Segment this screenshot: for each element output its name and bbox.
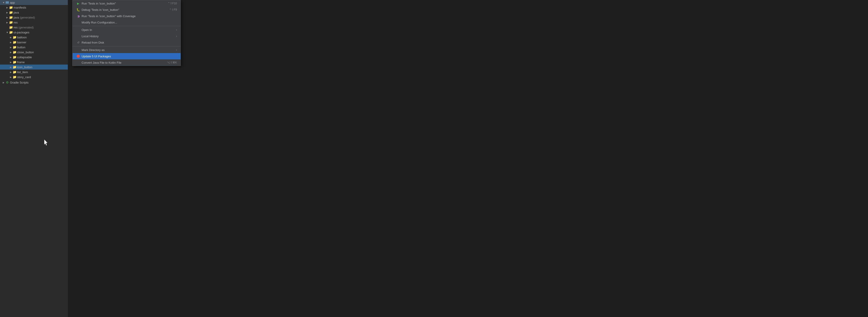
- arrow-button: ▶: [9, 45, 13, 49]
- menu-run-coverage[interactable]: ◑ Run 'Tests in 'icon_button'' with Cove…: [72, 13, 181, 19]
- arrow-collapsable: ▶: [9, 55, 13, 59]
- button-label: button: [17, 46, 25, 49]
- app-folder-icon: [5, 1, 9, 4]
- modify-run-label: Modify Run Configuration...: [82, 21, 117, 24]
- gradle-icon: ⚙: [5, 81, 9, 84]
- tree-item-gradle[interactable]: ▶ ⚙ Gradle Scripts: [0, 80, 68, 85]
- debug-tests-shortcut: ⌃⇧F9: [169, 8, 177, 11]
- reload-icon: ↺: [76, 41, 80, 44]
- story-card-label: story_card: [17, 75, 31, 79]
- tree-item-banner[interactable]: ▶ 📁 banner: [0, 40, 68, 45]
- app-label: app: [10, 1, 15, 4]
- menu-mark-directory[interactable]: Mark Directory as ›: [72, 47, 181, 53]
- tree-item-java[interactable]: ▶ 📁 java: [0, 10, 68, 15]
- svg-rect-0: [6, 1, 9, 4]
- separator-2: [72, 46, 181, 46]
- tree-item-button[interactable]: ▶ 📁 button: [0, 45, 68, 50]
- context-menu[interactable]: ▶ Run 'Tests in 'icon_button'' ⌃⇧F10 🐛 D…: [72, 0, 181, 66]
- arrow-list-item: ▶: [9, 70, 13, 74]
- ui-packages-label: ui-packages: [13, 31, 29, 34]
- tree-item-ui-packages[interactable]: ▼ 📁 ui-packages: [0, 30, 68, 35]
- local-history-label: Local History: [82, 35, 98, 38]
- debug-tests-label: Debug 'Tests in 'icon_button'': [82, 8, 119, 11]
- close-button-icon: 📁: [13, 50, 16, 54]
- res-generated-suffix: (generated): [18, 26, 34, 29]
- java-label: java: [13, 11, 19, 14]
- main-editor-area: [68, 0, 868, 317]
- gradle-label: Gradle Scripts: [10, 81, 29, 84]
- frame-icon: 📁: [13, 60, 16, 64]
- tree-item-frame[interactable]: ▶ 📁 frame: [0, 60, 68, 65]
- story-card-icon: 📁: [13, 75, 16, 79]
- collapsable-label: collapsable: [17, 56, 32, 59]
- frame-label: frame: [17, 61, 25, 64]
- icon-button-icon: 📁: [13, 65, 16, 69]
- tree-item-close-button[interactable]: ▶ 📁 close_button: [0, 50, 68, 55]
- debug-icon: 🐛: [76, 8, 80, 11]
- tree-item-collapsable[interactable]: ▶ 📁 collapsable: [0, 55, 68, 60]
- java-generated-icon: 📁: [9, 15, 13, 19]
- tree-item-java-generated[interactable]: ▶ 📁 java (generated): [0, 15, 68, 20]
- balloon-label: balloon: [17, 36, 27, 39]
- arrow-manifests: ▶: [5, 6, 9, 9]
- close-button-label: close_button: [17, 50, 34, 54]
- arrow-java: ▶: [5, 11, 9, 14]
- arrow-res: ▶: [5, 21, 9, 24]
- java-generated-suffix: (generated): [19, 16, 35, 19]
- tree-item-balloon[interactable]: ▶ 📁 balloon: [0, 35, 68, 40]
- tree-item-icon-button[interactable]: ▶ 📁 icon_button: [0, 65, 68, 70]
- menu-run-tests[interactable]: ▶ Run 'Tests in 'icon_button'' ⌃⇧F10: [72, 0, 181, 6]
- balloon-icon: 📁: [13, 35, 16, 39]
- icon-button-label: icon_button: [17, 66, 32, 69]
- arrow-balloon: ▶: [9, 35, 13, 39]
- convert-java-label: Convert Java File to Kotlin File: [82, 61, 121, 64]
- manifests-icon: 📁: [9, 6, 13, 9]
- expand-arrow-app: ▼: [2, 1, 5, 4]
- banner-icon: 📁: [13, 40, 16, 44]
- button-icon: 📁: [13, 45, 16, 49]
- reload-disk-label: Reload from Disk: [82, 41, 104, 44]
- run-tests-label: Run 'Tests in 'icon_button'': [82, 2, 116, 5]
- menu-debug-tests[interactable]: 🐛 Debug 'Tests in 'icon_button'' ⌃⇧F9: [72, 6, 181, 13]
- tree-item-list-item[interactable]: ▶ 📁 list_item: [0, 70, 68, 74]
- ui-packages-icon: 📁: [9, 31, 13, 34]
- cursor-indicator: [44, 140, 50, 147]
- menu-convert-java[interactable]: Convert Java File to Kotlin File ⌥⇧⌘K: [72, 59, 181, 66]
- res-icon: 📁: [9, 21, 13, 24]
- res-label: res: [13, 21, 18, 24]
- manifests-label: manifests: [13, 6, 26, 9]
- list-item-icon: 📁: [13, 70, 16, 74]
- menu-modify-run[interactable]: Modify Run Configuration...: [72, 19, 181, 26]
- coverage-icon: ◑: [76, 14, 80, 18]
- menu-reload-disk[interactable]: ↺ Reload from Disk: [72, 39, 181, 46]
- arrow-icon-button: ▶: [9, 65, 13, 69]
- convert-java-shortcut: ⌥⇧⌘K: [167, 61, 177, 64]
- arrow-gradle: ▶: [2, 81, 5, 84]
- res-generated-icon: 📁: [9, 26, 13, 29]
- update-packages-icon: [76, 55, 80, 58]
- arrow-story-card: ▶: [9, 75, 13, 79]
- arrow-ui-packages: ▼: [5, 31, 9, 34]
- open-in-label: Open In: [82, 28, 92, 32]
- svg-marker-1: [44, 140, 48, 145]
- arrow-banner: ▶: [9, 40, 13, 44]
- menu-update-packages[interactable]: Update 5 UI Packages: [72, 53, 181, 59]
- tree-item-manifests[interactable]: ▶ 📁 manifests: [0, 5, 68, 10]
- mark-directory-label: Mark Directory as: [82, 48, 105, 52]
- res-generated-label: res: [13, 26, 18, 29]
- tree-item-res-generated[interactable]: ▶ 📁 res (generated): [0, 25, 68, 30]
- open-in-submenu-arrow: ›: [176, 28, 177, 31]
- update-packages-label: Update 5 UI Packages: [82, 55, 111, 58]
- menu-local-history[interactable]: Local History ›: [72, 33, 181, 39]
- menu-open-in[interactable]: Open In ›: [72, 27, 181, 33]
- tree-item-app[interactable]: ▼ app: [0, 0, 68, 5]
- list-item-label: list_item: [17, 70, 28, 74]
- tree-item-res[interactable]: ▶ 📁 res: [0, 20, 68, 25]
- update-icon-dot: [76, 55, 80, 58]
- tree-item-story-card[interactable]: ▶ 📁 story_card: [0, 74, 68, 79]
- arrow-java-generated: ▶: [5, 15, 9, 19]
- run-tests-shortcut: ⌃⇧F10: [168, 2, 177, 5]
- java-generated-label: java: [13, 16, 19, 19]
- file-tree-sidebar[interactable]: ▼ app ▶ 📁 manifests ▶ 📁 java ▶ 📁 java (g…: [0, 0, 68, 317]
- arrow-close-button: ▶: [9, 50, 13, 54]
